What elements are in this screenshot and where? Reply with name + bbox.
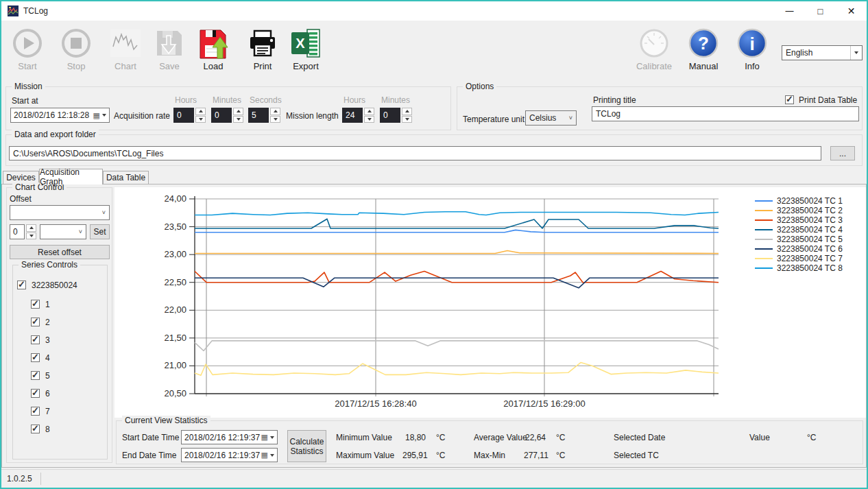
avg-value: 22,64	[525, 433, 546, 442]
toolbar-button-save[interactable]: Save	[147, 27, 191, 71]
chart-legend: 3223850024 TC 1 3223850024 TC 2 32238500…	[755, 196, 843, 273]
tab-acquisition-graph[interactable]: Acquisition Graph	[39, 169, 103, 184]
length-hours-spinner[interactable]: 24	[342, 108, 374, 123]
options-group: Options Printing title Print Data Table …	[457, 86, 863, 130]
toolbar: Start Stop Chart Save	[1, 21, 867, 82]
offset-select[interactable]: ˅	[10, 205, 110, 220]
calendar-icon: ▦	[261, 451, 268, 460]
spin-down-icon[interactable]	[364, 116, 374, 123]
legend-item: 3223850024 TC 1	[755, 196, 843, 206]
offset-value-spinner[interactable]: 0	[10, 224, 36, 239]
close-button[interactable]: ✕	[836, 1, 867, 21]
acq-hours-spinner[interactable]: 0	[173, 108, 206, 123]
channel-7-checkbox[interactable]	[31, 407, 40, 416]
toolbar-button-print[interactable]: Print	[241, 27, 285, 71]
chevron-down-icon	[270, 454, 274, 457]
load-icon	[197, 27, 229, 59]
spin-down-icon[interactable]	[195, 116, 206, 123]
toolbar-button-stop[interactable]: Stop	[54, 27, 98, 71]
svg-text:?: ?	[698, 33, 709, 53]
spin-up-icon[interactable]	[364, 108, 374, 115]
set-offset-button[interactable]: Set	[90, 224, 110, 239]
toolbar-button-chart[interactable]: Chart	[104, 27, 147, 71]
min-value: 18,80	[405, 433, 426, 442]
offset-unit-select[interactable]: ˅	[40, 224, 86, 239]
stats-start-datetime[interactable]: 2018/02/16 12:19:37 ▦	[181, 430, 278, 444]
channel-1-checkbox[interactable]	[31, 300, 40, 309]
legend-item: 3223850024 TC 8	[755, 263, 843, 273]
stats-end-datetime[interactable]: 2018/02/16 12:19:37 ▦	[181, 448, 278, 462]
acq-minutes-spinner[interactable]: 0	[211, 108, 243, 123]
toolbar-button-start[interactable]: Start	[5, 27, 49, 71]
language-select[interactable]: English	[782, 45, 863, 60]
spin-up-icon[interactable]	[195, 108, 206, 115]
spin-up-icon[interactable]	[270, 108, 280, 115]
window-title: TCLog	[23, 6, 48, 16]
legend-swatch	[755, 267, 773, 269]
window-controls: — □ ✕	[774, 1, 867, 21]
legend-swatch	[755, 239, 773, 240]
mission-start-datetime[interactable]: 2018/02/16 12:18:28 ▦	[10, 108, 110, 123]
svg-text:22,00: 22,00	[164, 305, 186, 315]
svg-text:24,00: 24,00	[164, 193, 186, 204]
max-value: 295,91	[402, 451, 428, 460]
legend-swatch	[755, 248, 773, 250]
channel-5-checkbox[interactable]	[31, 371, 40, 380]
spin-up-icon[interactable]	[26, 224, 36, 232]
spin-down-icon[interactable]	[26, 232, 36, 240]
channel-2-checkbox[interactable]	[31, 318, 40, 326]
chevron-down-icon	[270, 436, 274, 439]
tab-data-table[interactable]: Data Table	[103, 171, 149, 184]
calendar-icon: ▦	[93, 111, 100, 120]
export-excel-icon: X	[290, 27, 322, 59]
toolbar-button-export[interactable]: X Export	[284, 27, 328, 71]
chart-canvas[interactable]: 20,5021,0021,5022,0022,5023,0023,5024,00…	[114, 187, 866, 418]
channel-6-checkbox[interactable]	[31, 389, 40, 398]
version-label: 1.0.2.5	[7, 474, 32, 484]
maxmin-value: 277,11	[524, 451, 548, 460]
folder-path-input[interactable]: C:\Users\AROS\Documents\TCLog_Files	[9, 146, 821, 160]
toolbar-button-load[interactable]: Load	[191, 27, 235, 71]
browse-folder-button[interactable]: ...	[830, 146, 855, 160]
maximize-button[interactable]: □	[805, 1, 836, 21]
channel-8-checkbox[interactable]	[31, 425, 40, 433]
device-checkbox[interactable]	[17, 281, 26, 289]
temperature-unit-select[interactable]: Celsius ˅	[525, 110, 577, 126]
printing-title-input[interactable]: TCLog	[592, 106, 859, 121]
toolbar-button-manual[interactable]: ? Manual	[682, 27, 725, 71]
svg-text:X: X	[296, 36, 305, 51]
acq-seconds-spinner[interactable]: 5	[248, 108, 280, 123]
spin-down-icon[interactable]	[402, 116, 412, 123]
length-minutes-spinner[interactable]: 0	[380, 108, 412, 123]
tab-page-acquisition-graph: Chart Control Offset ˅ 0 ˅ Set Reset off…	[1, 184, 867, 468]
chevron-down-icon: ˅	[569, 115, 572, 121]
legend-item: 3223850024 TC 5	[755, 235, 843, 244]
statistics-group: Current View Statistics Start Date Time …	[116, 420, 863, 464]
svg-text:23,50: 23,50	[164, 222, 186, 232]
minimize-button[interactable]: —	[774, 1, 805, 21]
toolbar-button-info[interactable]: i Info	[730, 27, 774, 71]
legend-item: 3223850024 TC 3	[755, 215, 843, 225]
chevron-down-icon	[850, 46, 862, 60]
channel-4-checkbox[interactable]	[31, 353, 40, 362]
spin-up-icon[interactable]	[233, 108, 243, 115]
reset-offset-button[interactable]: Reset offset	[10, 245, 110, 259]
svg-text:20,50: 20,50	[164, 388, 186, 398]
calibrate-gauge-icon	[638, 27, 670, 59]
legend-item: 3223850024 TC 2	[755, 206, 843, 215]
calculate-statistics-button[interactable]: Calculate Statistics	[287, 430, 326, 462]
svg-text:i: i	[749, 34, 754, 54]
spin-up-icon[interactable]	[402, 108, 412, 115]
mission-group: Mission Start at 2018/02/16 12:18:28 ▦ A…	[5, 86, 451, 130]
spin-down-icon[interactable]	[233, 116, 243, 123]
legend-swatch	[755, 219, 773, 221]
spin-down-icon[interactable]	[270, 116, 280, 123]
series-controls-group: Series Controls 3223850024 1 2 3 4 5 6 7…	[12, 265, 108, 460]
titlebar: TCLog — □ ✕	[1, 1, 867, 21]
channel-3-checkbox[interactable]	[31, 335, 40, 344]
chart-plot[interactable]: 20,5021,0021,5022,0022,5023,0023,5024,00…	[114, 187, 749, 418]
toolbar-button-calibrate[interactable]: Calibrate	[632, 27, 676, 71]
chevron-down-icon	[102, 114, 106, 117]
print-data-table-checkbox[interactable]	[785, 95, 794, 104]
svg-text:2017/12/15 16:29:00: 2017/12/15 16:29:00	[503, 398, 585, 409]
